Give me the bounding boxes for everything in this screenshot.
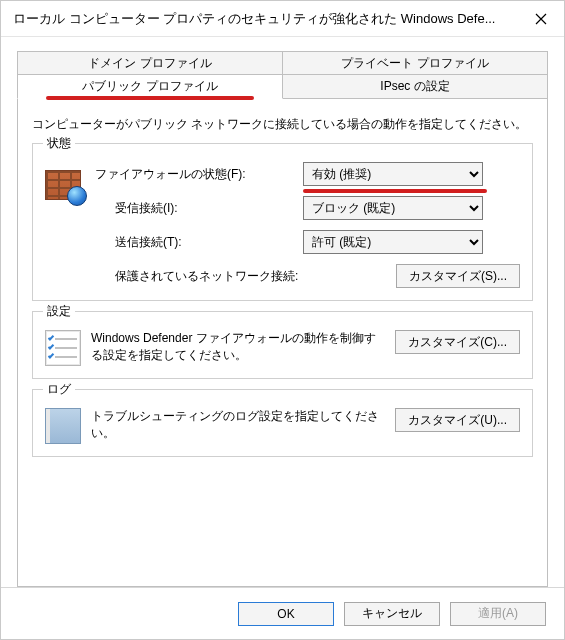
intro-text: コンピューターがパブリック ネットワークに接続している場合の動作を指定してくださ… [32,115,533,133]
notebook-icon [45,408,81,444]
tab-public-profile[interactable]: パブリック プロファイル [17,75,283,99]
cancel-button[interactable]: キャンセル [344,602,440,626]
content: ドメイン プロファイル プライベート プロファイル パブリック プロファイル I… [1,37,564,587]
tabs-row-2: パブリック プロファイル IPsec の設定 [17,75,548,99]
footer: OK キャンセル 適用(A) [1,587,564,639]
tab-panel: コンピューターがパブリック ネットワークに接続している場合の動作を指定してくださ… [17,99,548,587]
tab-domain-profile[interactable]: ドメイン プロファイル [17,51,283,75]
inbound-label: 受信接続(I): [95,200,295,217]
group-state: 状態 ファイアウォールの状態(F): 有効 (推奨) [32,143,533,301]
tabs-row-1: ドメイン プロファイル プライベート プロファイル [17,51,548,75]
group-state-legend: 状態 [43,135,75,152]
tab-private-profile[interactable]: プライベート プロファイル [283,51,548,75]
inbound-select[interactable]: ブロック (既定) [303,196,483,220]
ok-button[interactable]: OK [238,602,334,626]
customize-protected-button[interactable]: カスタマイズ(S)... [396,264,520,288]
customize-log-button[interactable]: カスタマイズ(U)... [395,408,520,432]
checklist-icon [45,330,81,366]
close-icon [535,13,547,25]
firewall-state-select[interactable]: 有効 (推奨) [303,162,483,186]
tab-ipsec-settings[interactable]: IPsec の設定 [283,75,548,99]
firewall-icon [45,164,85,204]
outbound-select[interactable]: 許可 (既定) [303,230,483,254]
outbound-label: 送信接続(T): [95,234,295,251]
log-desc: トラブルシューティングのログ設定を指定してください。 [91,408,385,442]
protected-networks-label: 保護されているネットワーク接続: [95,268,325,285]
close-button[interactable] [518,1,564,37]
red-underline-annotation [46,96,254,100]
group-log-legend: ログ [43,381,75,398]
group-settings: 設定 Windows Defender ファイアウォールの動作を制御する設定を指… [32,311,533,379]
apply-button[interactable]: 適用(A) [450,602,546,626]
window-title: ローカル コンピューター プロパティのセキュリティが強化された Windows … [13,10,495,28]
customize-settings-button[interactable]: カスタマイズ(C)... [395,330,520,354]
group-log: ログ トラブルシューティングのログ設定を指定してください。 カスタマイズ(U).… [32,389,533,457]
titlebar: ローカル コンピューター プロパティのセキュリティが強化された Windows … [1,1,564,37]
settings-desc: Windows Defender ファイアウォールの動作を制御する設定を指定して… [91,330,385,364]
window: ローカル コンピューター プロパティのセキュリティが強化された Windows … [0,0,565,640]
firewall-state-label: ファイアウォールの状態(F): [95,166,295,183]
group-settings-legend: 設定 [43,303,75,320]
